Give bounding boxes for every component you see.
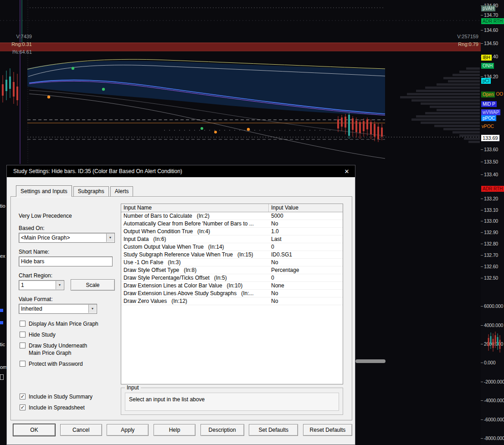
column-header-input-value[interactable]: Input Value <box>269 204 343 212</box>
chart-stat: V:7439 <box>4 33 32 41</box>
scale-button[interactable]: Scale <box>71 279 115 291</box>
close-icon[interactable]: ✕ <box>342 168 351 175</box>
input-value-cell: ID0.SG1 <box>269 251 343 258</box>
cancel-button[interactable]: Cancel <box>60 424 102 436</box>
help-button[interactable]: Help <box>154 424 195 436</box>
ok-button[interactable]: OK <box>13 424 55 436</box>
summary-checkbox-group: ✓Include in Study Summary✓Include in Spr… <box>20 393 118 415</box>
axis-label-oo: OO <box>496 92 503 97</box>
chart-stat: Rng:0.79 <box>447 41 478 48</box>
checkbox-label: Hide Study <box>29 331 56 338</box>
axis-tick-label: 132.50 <box>481 275 504 281</box>
input-value-cell: No <box>269 297 343 305</box>
chevron-down-icon[interactable]: ▼ <box>56 281 63 289</box>
blue-marker-icon <box>0 321 3 324</box>
chart-region-select[interactable]: 1 ▼ <box>19 280 64 290</box>
table-row[interactable]: Number of Bars to Calculate (In:2)5000 <box>121 212 343 220</box>
reset-defaults-button[interactable]: Reset Defaults <box>303 424 352 436</box>
table-row[interactable]: Output When Condition True (In:4)1.0 <box>121 228 343 235</box>
blue-marker-icon <box>0 309 3 312</box>
value-format-select[interactable]: Inherited ▼ <box>19 304 97 314</box>
axis-tick-label: 132.70 <box>481 252 504 258</box>
description-button[interactable]: Description <box>201 424 244 436</box>
input-value-cell: None <box>269 282 343 289</box>
input-hint-text: Select an input in the list above <box>125 393 339 411</box>
short-name-input[interactable] <box>19 256 113 266</box>
dialog-button-row: OKCancelApplyHelpDescriptionSet Defaults… <box>13 424 352 436</box>
table-row[interactable]: Study Subgraph Reference Value When True… <box>121 251 343 259</box>
axis-tick-label: 133.40 <box>481 172 504 177</box>
table-row[interactable]: Draw Style Percentage/Ticks Offset (In:5… <box>121 274 343 282</box>
tab-subgraphs[interactable]: Subgraphs <box>73 186 109 196</box>
edge-fragment-text: om <box>0 364 7 370</box>
trading-app-screen: V:7439Rng:0.31l%:64.61 V:257159Rng:0.79 … <box>0 0 504 445</box>
checkbox-label: Display As Main Price Graph <box>29 320 98 327</box>
checkbox-protect-with-password[interactable]: Protect with Password <box>20 360 118 368</box>
input-name-cell: Draw Zero Values (In:12) <box>121 297 269 305</box>
chevron-down-icon[interactable]: ▼ <box>106 234 114 242</box>
based-on-select[interactable]: <Main Price Graph> ▼ <box>19 233 115 243</box>
table-row[interactable]: Automatically Clear from Before 'Number … <box>121 220 343 228</box>
table-row[interactable]: Use -1 On False (In:3)No <box>121 259 343 266</box>
price-axis[interactable]: 134.80134.70134.60134.50134.40134.20133.… <box>481 0 504 445</box>
input-value-cell: 1.0 <box>269 228 343 235</box>
table-row[interactable]: Draw Extension Lines Above Study Subgrap… <box>121 290 343 297</box>
chart-stat: l%:64.61 <box>4 48 32 56</box>
axis-badge-adr-rth: ADR RTH <box>481 18 504 24</box>
table-row[interactable]: Draw Style Offset Type (In:8)Percentage <box>121 266 343 274</box>
column-header-input-name[interactable]: Input Name <box>121 204 269 212</box>
chart-region-value: 1 <box>21 282 55 288</box>
input-name-cell: Draw Extension Lines Above Study Subgrap… <box>121 290 269 297</box>
input-value-cell: No <box>269 220 343 227</box>
checkbox-label: Include in Study Summary <box>29 393 93 400</box>
axis-tick-label: 0.000 <box>481 360 504 365</box>
axis-badge-adr-rth: ADR RTH <box>481 186 504 192</box>
tab-alerts[interactable]: Alerts <box>110 186 134 196</box>
axis-tick-label: 132.90 <box>481 230 504 235</box>
checkbox-display-as-main-price-graph[interactable]: Display As Main Price Graph <box>20 320 118 327</box>
table-row[interactable]: Draw Extension Lines at Color Bar Value … <box>121 282 343 290</box>
checkbox-draw-study-underneath-main-price-graph[interactable]: Draw Study Underneath Main Price Graph <box>20 342 118 357</box>
edge-fragment-text: ex <box>0 253 5 259</box>
dialog-titlebar[interactable]: Study Settings: Hide bars. ID:35 (Color … <box>7 165 355 177</box>
checkbox-box-icon[interactable] <box>20 361 26 367</box>
input-name-cell: Use -1 On False (In:3) <box>121 259 269 266</box>
based-on-label: Based On: <box>19 225 45 231</box>
based-on-value: <Main Price Graph> <box>21 235 105 241</box>
outline-marker-icon <box>0 374 4 380</box>
edge-fragment-text: tio <box>0 203 5 209</box>
checkbox-box-icon[interactable] <box>20 321 26 327</box>
input-name-cell: Study Subgraph Reference Value When True… <box>121 251 269 258</box>
axis-label-vpoc: vPOC <box>482 124 494 129</box>
axis-tick-label: -2000.000 <box>481 379 504 384</box>
checkbox-box-icon[interactable] <box>20 343 26 348</box>
checkbox-label: Protect with Password <box>29 360 83 368</box>
axis-tick-label: 134.60 <box>481 27 504 33</box>
checkbox-include-in-study-summary[interactable]: ✓Include in Study Summary <box>20 393 118 400</box>
axis-tick-label: 134.70 <box>481 12 504 18</box>
chart-stats-right: V:257159Rng:0.79 <box>447 33 478 48</box>
study-settings-dialog: Study Settings: Hide bars. ID:35 (Color … <box>6 165 355 445</box>
axis-tick-label: 6000.000 <box>481 303 504 309</box>
checkbox-box-icon[interactable]: ✓ <box>20 394 26 399</box>
checkbox-include-in-spreadsheet[interactable]: ✓Include in Spreadsheet <box>20 404 118 411</box>
set-defaults-button[interactable]: Set Defaults <box>249 424 298 436</box>
axis-badge-wvwap: wVWAP <box>481 109 500 115</box>
axis-badge-ibh: IBH <box>481 55 492 61</box>
inputs-table-body: Number of Bars to Calculate (In:2)5000Au… <box>121 212 343 305</box>
checkbox-box-icon[interactable]: ✓ <box>20 404 26 410</box>
input-value-cell: No <box>269 259 343 266</box>
table-row[interactable]: Custom Output Value When True (In:14)0 <box>121 243 343 251</box>
chart-region-label: Chart Region: <box>19 272 52 279</box>
table-row[interactable]: Input Data (In:6)Last <box>121 235 343 243</box>
chevron-down-icon[interactable]: ▼ <box>88 305 96 313</box>
checkbox-hide-study[interactable]: Hide Study <box>20 331 118 338</box>
precedence-label: Very Low Precedence <box>19 213 72 219</box>
options-checkbox-group: Display As Main Price GraphHide StudyDra… <box>20 320 118 371</box>
checkbox-box-icon[interactable] <box>20 332 26 338</box>
last-price-box: 133.69 <box>481 135 499 141</box>
tab-settings-and-inputs[interactable]: Settings and Inputs <box>16 185 72 197</box>
chart-stat: Rng:0.31 <box>4 41 32 48</box>
table-row[interactable]: Draw Zero Values (In:12)No <box>121 297 343 305</box>
apply-button[interactable]: Apply <box>107 424 149 436</box>
